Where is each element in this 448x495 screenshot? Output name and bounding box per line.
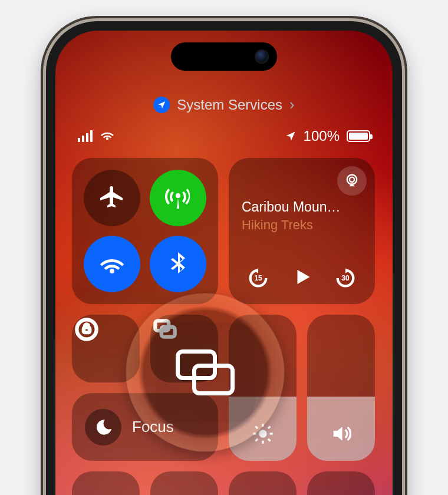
cell-signal-icon [78,130,93,142]
connectivity-panel[interactable] [72,158,218,304]
skip-back-seconds: 15 [246,266,270,290]
battery-percent: 100% [304,128,340,144]
svg-line-13 [255,439,258,441]
tile-placeholder-1[interactable] [72,471,140,495]
bluetooth-toggle[interactable] [150,236,206,292]
play-icon [291,266,312,288]
airplane-icon [98,184,126,212]
front-camera [255,50,269,64]
highlight-callout [126,293,284,451]
battery-icon [347,130,370,142]
moon-icon [85,409,121,446]
top-attribution-link[interactable]: System Services › [153,95,294,114]
tile-placeholder-4[interactable] [307,471,375,495]
media-title: Caribou Moun… [242,199,362,215]
skip-forward-seconds: 30 [334,266,357,290]
status-bar: 100% [55,127,393,145]
play-button[interactable] [291,266,312,290]
device-frame: System Services › 100% [46,21,402,495]
airplay-button[interactable] [337,166,367,196]
tile-placeholder-3[interactable] [229,471,297,495]
location-status-icon [285,130,297,142]
cell-antenna-icon [164,184,192,212]
top-attribution-label: System Services [177,97,282,113]
skip-forward-button[interactable]: 30 [334,266,357,290]
media-subtitle: Hiking Treks [242,217,362,233]
dynamic-island [171,42,277,71]
rotation-lock-icon [72,315,101,344]
screen-mirroring-highlight[interactable] [155,322,255,423]
wifi-toggle[interactable] [84,236,140,292]
skip-back-button[interactable]: 15 [246,266,270,290]
svg-point-0 [347,175,357,184]
volume-slider[interactable] [307,315,375,461]
airplay-icon [344,173,360,189]
wifi-icon [98,250,126,278]
cellular-data-toggle[interactable] [150,170,206,226]
bluetooth-icon [164,250,192,278]
svg-line-12 [268,439,270,441]
svg-line-14 [268,427,270,429]
airplane-mode-toggle[interactable] [84,170,140,226]
wifi-status-icon [100,127,115,145]
screen-mirroring-icon [176,349,235,395]
volume-icon [330,422,353,448]
svg-point-1 [350,177,354,182]
tile-placeholder-2[interactable] [150,471,218,495]
control-center-screen: System Services › 100% [55,31,393,495]
location-arrow-icon [153,97,170,113]
svg-rect-3 [84,328,90,332]
chevron-right-icon: › [289,95,295,114]
now-playing-panel[interactable]: Caribou Moun… Hiking Treks 15 [229,158,375,304]
svg-point-6 [259,430,266,437]
